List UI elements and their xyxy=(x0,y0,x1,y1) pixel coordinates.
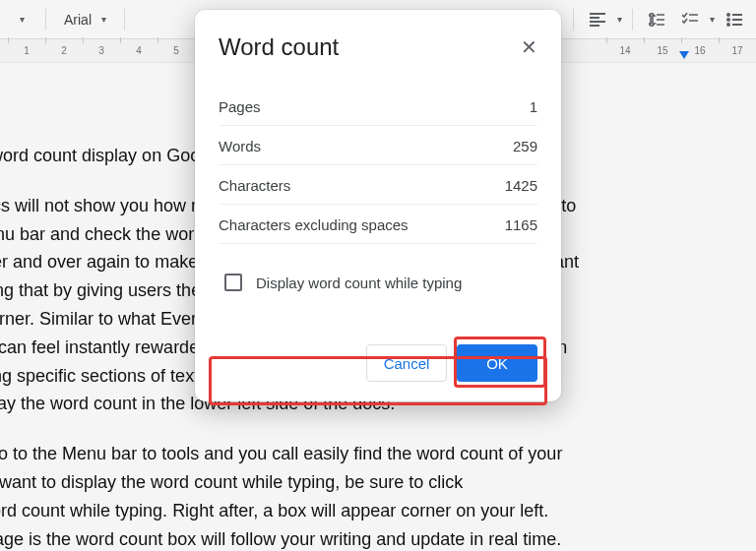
stat-label: Pages xyxy=(219,98,261,115)
ruler-tick: 14 xyxy=(606,45,644,56)
line-spacing-icon[interactable] xyxy=(643,6,670,33)
toolbar-separator xyxy=(45,9,46,31)
ok-button[interactable]: OK xyxy=(457,344,537,382)
close-icon[interactable]: ✕ xyxy=(521,37,537,57)
chevron-down-icon: ▾ xyxy=(710,14,715,25)
ruler-tick: 2 xyxy=(45,45,83,56)
stat-value: 1425 xyxy=(505,177,537,194)
ruler-tick: 17 xyxy=(719,45,756,56)
toolbar-separator xyxy=(124,9,125,31)
svg-point-1 xyxy=(726,18,730,22)
toolbar-separator xyxy=(573,9,574,31)
stat-row-characters-no-spaces: Characters excluding spaces 1165 xyxy=(219,205,537,244)
toolbar-dropdown-generic[interactable]: ▾ xyxy=(8,6,35,33)
stat-label: Characters excluding spaces xyxy=(219,216,409,233)
chevron-down-icon: ▾ xyxy=(617,14,622,25)
stat-value: 259 xyxy=(513,138,537,154)
word-count-dialog: Word count ✕ Pages 1 Words 259 Character… xyxy=(195,10,561,401)
stat-row-pages: Pages 1 xyxy=(219,87,537,126)
ruler-tick: 3 xyxy=(83,45,120,56)
ruler-tick: 5 xyxy=(158,45,195,56)
font-family-label: Arial xyxy=(64,12,92,28)
svg-point-2 xyxy=(726,23,730,27)
ruler-indent-marker[interactable] xyxy=(679,51,689,59)
svg-point-0 xyxy=(726,13,730,17)
display-while-typing-option[interactable]: Display word count while typing xyxy=(219,266,537,299)
checkbox-icon[interactable] xyxy=(224,274,242,291)
stat-row-words: Words 259 xyxy=(219,126,537,165)
dialog-title: Word count xyxy=(219,33,339,61)
cancel-button[interactable]: Cancel xyxy=(366,344,447,382)
stat-value: 1 xyxy=(530,98,537,115)
ruler-tick: 1 xyxy=(8,45,45,56)
ruler-tick: 15 xyxy=(644,45,681,56)
bulleted-list-icon[interactable] xyxy=(721,6,748,33)
chevron-down-icon: ▾ xyxy=(101,14,106,25)
stat-value: 1165 xyxy=(505,216,537,233)
doc-paragraph: of all, go to the Menu bar to tools and … xyxy=(0,440,669,551)
stat-row-characters: Characters 1425 xyxy=(219,165,537,205)
checklist-icon[interactable] xyxy=(676,6,704,33)
align-icon[interactable] xyxy=(584,6,611,33)
font-family-dropdown[interactable]: Arial ▾ xyxy=(56,8,114,31)
stat-label: Words xyxy=(219,138,261,154)
toolbar-separator xyxy=(632,9,633,31)
ruler-tick: 4 xyxy=(120,45,158,56)
stat-label: Characters xyxy=(219,177,290,194)
checkbox-label: Display word count while typing xyxy=(256,275,462,291)
